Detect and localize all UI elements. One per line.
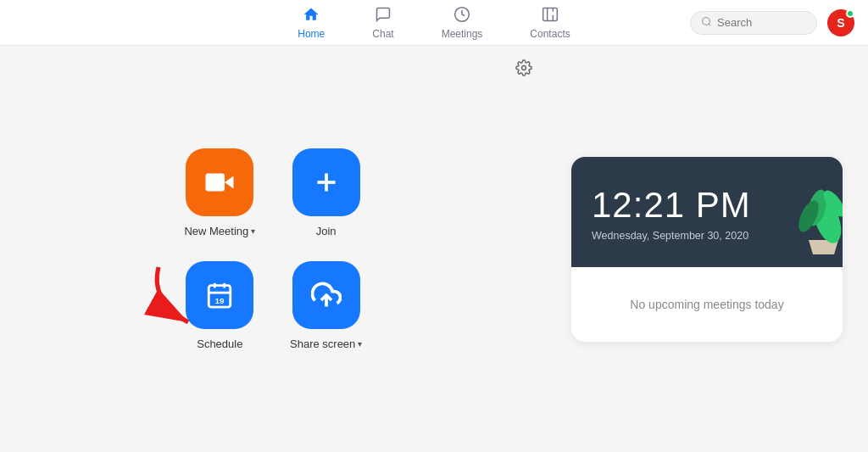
join-button[interactable] <box>292 148 360 216</box>
nav-tabs: Home Chat Meetings <box>291 3 576 43</box>
schedule-label: Schedule <box>197 338 242 350</box>
search-bar[interactable] <box>690 11 817 35</box>
new-meeting-label: New Meeting <box>184 225 248 237</box>
svg-line-6 <box>709 24 710 25</box>
video-icon <box>204 167 235 198</box>
tab-meetings-label: Meetings <box>442 28 483 40</box>
tab-home[interactable]: Home <box>291 3 331 43</box>
online-dot <box>846 9 854 18</box>
topbar: Home Chat Meetings <box>0 0 868 46</box>
svg-rect-9 <box>206 173 225 191</box>
tab-contacts-label: Contacts <box>530 28 570 40</box>
upload-icon <box>311 280 342 310</box>
settings-button[interactable] <box>515 59 532 80</box>
left-panel: New Meeting ▾ Join <box>0 46 546 452</box>
tab-contacts[interactable]: Contacts <box>523 3 576 43</box>
share-screen-label: Share screen <box>290 338 355 350</box>
avatar[interactable]: S <box>827 9 854 36</box>
chat-icon <box>375 6 392 25</box>
join-item: Join <box>290 148 362 237</box>
calendar-icon: 19 <box>205 281 234 310</box>
calendar-body: No upcoming meetings today <box>571 267 843 342</box>
svg-point-7 <box>522 66 526 70</box>
tab-chat[interactable]: Chat <box>365 3 400 43</box>
join-label: Join <box>316 225 337 237</box>
search-icon <box>701 16 712 30</box>
new-meeting-button[interactable] <box>186 148 253 216</box>
svg-text:19: 19 <box>215 295 225 304</box>
calendar-header: 12:21 PM Wednesday, September 30, 2020 <box>571 157 843 267</box>
action-grid: New Meeting ▾ Join <box>184 148 363 350</box>
tab-chat-label: Chat <box>372 28 393 40</box>
gear-icon <box>515 59 532 76</box>
schedule-item: 19 Schedule <box>184 261 256 350</box>
plant-decoration <box>766 157 843 267</box>
plus-icon <box>311 167 342 198</box>
no-meetings-text: No upcoming meetings today <box>592 298 822 311</box>
home-icon <box>303 6 320 25</box>
avatar-wrapper: S <box>827 9 854 36</box>
meetings-icon <box>453 6 470 25</box>
tab-meetings[interactable]: Meetings <box>435 3 490 43</box>
main-content: New Meeting ▾ Join <box>0 46 868 452</box>
calendar-card: 12:21 PM Wednesday, September 30, 2020 N… <box>571 157 843 342</box>
schedule-button[interactable]: 19 <box>186 261 253 329</box>
new-meeting-dropdown-arrow: ▾ <box>251 226 255 236</box>
share-screen-dropdown-arrow: ▾ <box>358 339 362 349</box>
svg-rect-1 <box>543 8 558 20</box>
right-panel: 12:21 PM Wednesday, September 30, 2020 N… <box>546 46 868 452</box>
contacts-icon <box>542 6 559 25</box>
share-screen-item: Share screen ▾ <box>290 261 362 350</box>
tab-home-label: Home <box>298 28 325 40</box>
new-meeting-item: New Meeting ▾ <box>184 148 256 237</box>
search-input[interactable] <box>717 16 806 29</box>
share-screen-button[interactable] <box>292 261 360 329</box>
svg-point-5 <box>703 17 710 25</box>
